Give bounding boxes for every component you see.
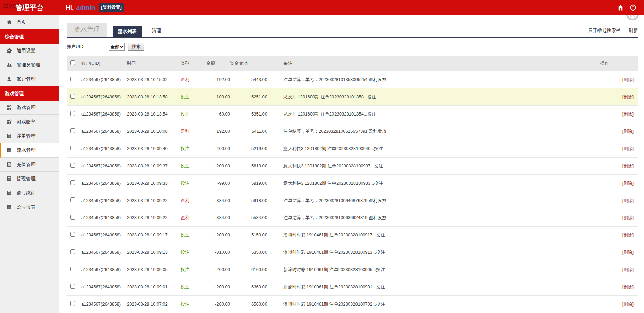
delete-link[interactable]: [删除]	[622, 198, 634, 203]
tab-divider	[146, 29, 146, 34]
cell-amount: -100.00	[206, 88, 230, 105]
cell-uid: a1234567(2643858)	[81, 295, 127, 313]
row-checkbox[interactable]	[70, 215, 75, 220]
delete-link[interactable]: [删除]	[622, 284, 634, 289]
cell-type: 投注	[176, 157, 206, 174]
uid-input[interactable]	[86, 43, 105, 50]
cell-time: 2023-03-28 10:09:05	[127, 261, 176, 278]
delete-link[interactable]: [删除]	[622, 301, 634, 307]
ledger-icon	[6, 147, 12, 153]
toggle-search-link[interactable]: 展开/收起搜索栏	[588, 28, 620, 33]
tab-clean[interactable]: 清理	[151, 25, 162, 37]
cell-note: 注单结算，单号：20230328100646876879 盈利发放	[267, 192, 600, 209]
sidebar-item[interactable]: 注单管理	[0, 129, 59, 143]
cell-time: 2023-03-28 10:09:01	[127, 278, 176, 295]
row-checkbox[interactable]	[70, 267, 75, 271]
username-link[interactable]: admin	[76, 4, 95, 12]
cell-time: 2023-03-28 10:13:54	[127, 105, 176, 123]
sidebar-item-label: 充值管理	[17, 162, 36, 168]
type-badge: 投注	[181, 163, 189, 168]
ledger-icon	[6, 204, 12, 210]
cell-note: 意大利快3 1201802期 注单20230328100937...投注	[267, 157, 600, 174]
row-checkbox[interactable]	[70, 163, 75, 168]
cell-time: 2023-03-28 10:09:37	[127, 157, 176, 174]
sidebar-item-label: 游戏管理	[17, 105, 36, 111]
row-checkbox[interactable]	[70, 111, 75, 116]
row-checkbox[interactable]	[70, 284, 75, 289]
row-checkbox[interactable]	[70, 232, 75, 237]
delete-link[interactable]: [删除]	[622, 163, 634, 168]
ledger-icon	[6, 176, 12, 182]
delete-link[interactable]: [删除]	[622, 181, 634, 186]
cell-type: 盈利	[176, 123, 206, 140]
cell-amount: -200.00	[206, 261, 230, 278]
sidebar-item[interactable]: 游戏管理	[0, 101, 59, 115]
delete-link[interactable]: [删除]	[622, 146, 634, 151]
sidebar-item[interactable]: 充值管理	[0, 158, 59, 172]
top-header: mycheng.top 管理平台 Hi, admin [资料设置]	[0, 0, 644, 15]
power-icon[interactable]	[629, 4, 637, 11]
row-checkbox[interactable]	[70, 180, 75, 185]
row-checkbox[interactable]	[70, 94, 75, 99]
row-checkbox[interactable]	[70, 249, 75, 254]
grid-icon	[6, 119, 12, 125]
delete-link[interactable]: [删除]	[622, 250, 634, 255]
select-all-checkbox[interactable]	[70, 60, 75, 65]
sidebar-item[interactable]: 通用设置	[0, 44, 59, 58]
sidebar-item-label: 管理员管理	[17, 62, 40, 68]
col-header-balance: 资金变动	[230, 56, 267, 71]
row-checkbox[interactable]	[70, 77, 75, 81]
table-row: a1234567(2643858) 2023-03-28 10:09:17 投注…	[67, 226, 638, 244]
delete-link[interactable]: [删除]	[622, 77, 634, 82]
user-greeting: Hi, admin [资料设置]	[66, 0, 124, 15]
table-row: a1234567(2643858) 2023-03-28 10:13:54 投注…	[67, 105, 638, 123]
search-button[interactable]: 搜索	[128, 43, 144, 51]
cell-type: 投注	[176, 140, 206, 157]
sidebar-item[interactable]: 盈亏报表	[0, 200, 59, 214]
header-actions	[617, 4, 637, 11]
sidebar-item[interactable]: 首页	[0, 15, 59, 29]
row-checkbox[interactable]	[70, 197, 75, 202]
cell-amount: -200.00	[206, 295, 230, 313]
cell-note: 龙虎厅 1201600期 注单20230328101354...投注	[267, 105, 600, 123]
cell-uid: a1234567(2643858)	[81, 105, 127, 123]
row-checkbox[interactable]	[70, 128, 75, 133]
delete-link[interactable]: [删除]	[622, 215, 634, 220]
sidebar-item-label: 提现管理	[17, 176, 36, 182]
flow-table: 账户(UID) 时间 类型 金额 资金变动 备注 操作 a1234567(264…	[67, 56, 638, 313]
cell-balance: 6360.00	[230, 278, 267, 295]
cell-amount: -200.00	[206, 226, 230, 244]
cell-note: 澳博时时彩 1910461期 注单20230328100917...投注	[267, 226, 600, 244]
row-checkbox[interactable]	[70, 301, 75, 306]
row-checkbox[interactable]	[70, 146, 75, 150]
delete-link[interactable]: [删除]	[622, 129, 634, 134]
sidebar-item[interactable]: 盈亏统计	[0, 186, 59, 200]
tab-flow-list[interactable]: 流水列表	[113, 26, 142, 38]
cell-amount: 384.00	[206, 192, 230, 209]
refresh-link[interactable]: 刷新	[629, 28, 638, 33]
delete-link[interactable]: [删除]	[622, 94, 634, 99]
sidebar-item[interactable]: 提现管理	[0, 172, 59, 186]
col-header-amount: 金额	[206, 56, 230, 71]
cell-amount: -810.00	[206, 244, 230, 261]
profile-settings-button[interactable]: [资料设置]	[99, 3, 124, 12]
delete-link[interactable]: [删除]	[622, 267, 634, 272]
type-badge: 盈利	[181, 215, 189, 220]
cell-type: 投注	[176, 174, 206, 192]
sidebar-item[interactable]: 管理员管理	[0, 58, 59, 72]
sidebar-item-label: 通用设置	[17, 48, 36, 54]
cell-balance: 6160.00	[230, 261, 267, 278]
delete-link[interactable]: [删除]	[622, 111, 634, 117]
cell-amount: -400.00	[206, 140, 230, 157]
cell-balance: 5411.00	[230, 123, 267, 140]
delete-link[interactable]: [删除]	[622, 232, 634, 237]
sidebar-section-header: 游戏管理	[0, 86, 59, 101]
cell-note: 意大利快3 1201802期 注单20230328100940...投注	[267, 140, 600, 157]
sidebar-item[interactable]: 流水管理	[0, 143, 59, 158]
cell-type: 投注	[176, 244, 206, 261]
home-icon[interactable]	[617, 4, 624, 11]
sidebar-item[interactable]: 账户管理	[0, 72, 59, 86]
sidebar-item[interactable]: 游戏赔率	[0, 115, 59, 129]
cell-type: 投注	[176, 295, 206, 313]
type-select[interactable]: 全部	[109, 43, 125, 51]
